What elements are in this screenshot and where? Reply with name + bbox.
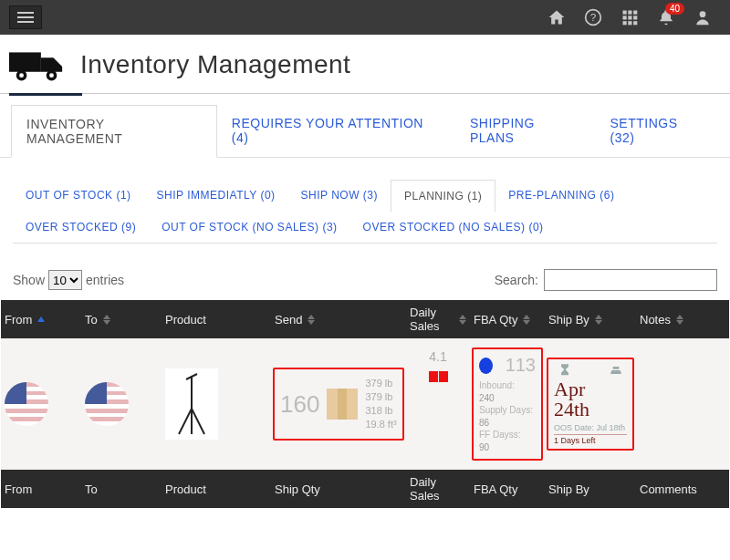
product-thumbnail (165, 368, 218, 440)
box-icon (327, 389, 358, 420)
svg-rect-9 (628, 21, 631, 25)
fba-qty: 113 (506, 355, 536, 376)
table-controls: Show 10 entries Search: (0, 244, 730, 300)
bell-icon[interactable]: 40 (657, 8, 675, 26)
user-icon[interactable] (694, 8, 712, 26)
apps-icon[interactable] (620, 8, 639, 26)
cell-notes[interactable] (636, 338, 727, 470)
ship-date: Apr24th (554, 379, 627, 420)
topbar: ? 40 (0, 0, 730, 35)
inventory-table: From To Product Send Daily Sales FBA Qty… (1, 300, 729, 508)
truck-icon (9, 46, 66, 84)
col-notes[interactable]: Notes (636, 300, 727, 338)
page-title: Inventory Management (80, 50, 350, 79)
svg-line-19 (192, 409, 204, 434)
fcol-fba: FBA Qty (470, 470, 545, 508)
fcol-ship: Ship By (545, 470, 636, 508)
send-stats: 379 lb 379 lb 318 lb 19.8 ft³ (365, 377, 396, 430)
ship-icon (609, 363, 623, 378)
col-to[interactable]: To (81, 300, 162, 338)
svg-point-16 (49, 73, 54, 78)
search-input[interactable] (544, 269, 717, 291)
show-label-post: entries (86, 273, 124, 287)
cell-from (1, 338, 81, 470)
tab-out-of-stock-no-sales[interactable]: OUT OF STOCK (NO SALES) (3) (149, 212, 349, 243)
fcol-from: From (1, 470, 81, 508)
tab-ship-now[interactable]: SHIP NOW (3) (288, 180, 391, 212)
col-send[interactable]: Send (271, 300, 406, 338)
menu-button[interactable] (9, 5, 42, 29)
svg-rect-10 (633, 21, 637, 25)
page-header: Inventory Management (0, 35, 730, 94)
tab-shipping-plans[interactable]: SHIPPING PLANS (455, 105, 596, 157)
help-icon[interactable]: ? (584, 8, 602, 26)
svg-line-18 (179, 409, 192, 434)
svg-rect-8 (623, 21, 627, 25)
table-header: From To Product Send Daily Sales FBA Qty… (1, 300, 729, 338)
svg-rect-2 (623, 11, 627, 15)
tab-inventory-management[interactable]: INVENTORY MANAGEMENT (11, 105, 217, 158)
svg-rect-3 (628, 11, 631, 15)
tab-planning[interactable]: PLANNING (1) (391, 180, 495, 213)
table-footer: From To Product Ship Qty Daily Sales FBA… (1, 470, 729, 508)
header-underline (9, 93, 82, 96)
fcol-to: To (81, 470, 162, 508)
svg-rect-6 (628, 16, 631, 19)
svg-rect-12 (9, 52, 41, 71)
oos-date: OOS Date: Jul 18th (554, 423, 627, 433)
cell-product[interactable] (162, 338, 271, 470)
fcol-daily: Daily Sales (406, 470, 470, 508)
show-label-pre: Show (13, 273, 45, 287)
col-ship[interactable]: Ship By (545, 300, 636, 338)
svg-rect-5 (623, 16, 627, 19)
tab-out-of-stock[interactable]: OUT OF STOCK (1) (13, 180, 144, 212)
notification-badge: 40 (665, 3, 684, 15)
secondary-tabs: OUT OF STOCK (1) SHIP IMMEDIATLY (0) SHI… (13, 180, 717, 244)
days-left: 1 Days Left (554, 434, 627, 445)
cell-fba: 113 Inbound:240 Supply Days:86 FF Dayss:… (470, 338, 545, 470)
tab-requires-attention[interactable]: REQUIRES YOUR ATTENTION (4) (217, 105, 455, 157)
flag-us-icon (85, 382, 129, 426)
tab-ship-immediately[interactable]: SHIP IMMEDIATLY (0) (144, 180, 288, 212)
entries-select[interactable]: 10 (48, 270, 82, 290)
svg-text:?: ? (590, 11, 597, 23)
status-dot-icon (479, 358, 493, 374)
svg-rect-7 (633, 16, 637, 19)
bar-chart-icon (429, 371, 448, 382)
fcol-notes: Comments (636, 470, 727, 508)
send-qty: 160 (280, 390, 319, 419)
svg-point-11 (700, 11, 706, 17)
col-fba[interactable]: FBA Qty (470, 300, 545, 338)
tab-over-stocked-no-sales[interactable]: OVER STOCKED (NO SALES) (0) (350, 212, 557, 243)
flag-us-icon (5, 382, 48, 426)
fcol-product: Product (162, 470, 271, 508)
cell-to (81, 338, 162, 470)
col-from[interactable]: From (1, 300, 81, 338)
tab-settings[interactable]: SETTINGS (32) (596, 105, 719, 157)
tab-pre-planning[interactable]: PRE-PLANNING (6) (495, 180, 627, 212)
col-product[interactable]: Product (162, 300, 271, 338)
fcol-send: Ship Qty (271, 470, 406, 508)
col-daily[interactable]: Daily Sales (406, 300, 470, 338)
cell-send: 160 379 lb 379 lb 318 lb 19.8 ft³ (271, 338, 406, 470)
primary-tabs: INVENTORY MANAGEMENT REQUIRES YOUR ATTEN… (0, 105, 730, 158)
cell-daily-sales: 4.1 (406, 338, 470, 470)
fba-stats: Inbound:240 Supply Days:86 FF Dayss:90 (479, 379, 533, 453)
table-row: 160 379 lb 379 lb 318 lb 19.8 ft³ 4.1 (1, 338, 729, 470)
svg-rect-4 (633, 11, 637, 15)
tab-over-stocked[interactable]: OVER STOCKED (9) (13, 212, 149, 243)
daily-sales-value: 4.1 (429, 349, 446, 364)
home-icon[interactable] (548, 8, 566, 26)
search-label: Search: (495, 273, 538, 287)
svg-point-14 (19, 73, 24, 78)
hourglass-icon (558, 363, 572, 378)
cell-ship-by: Apr24th OOS Date: Jul 18th 1 Days Left (545, 338, 636, 470)
